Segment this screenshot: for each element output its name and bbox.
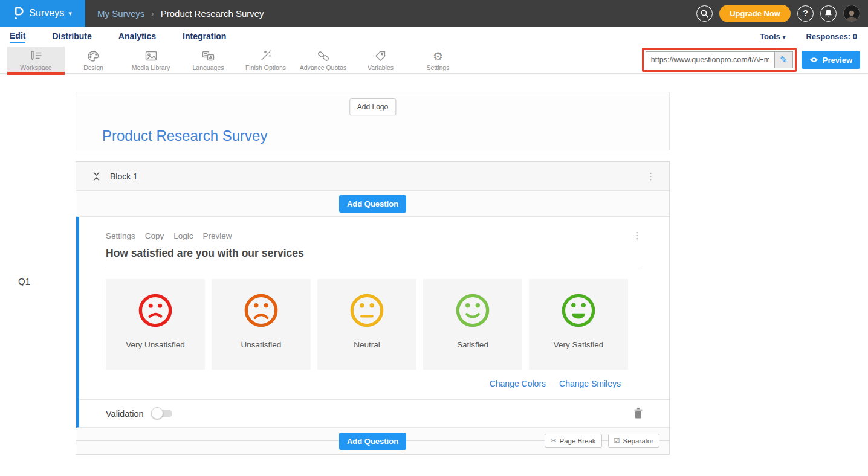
finish-options-wand-icon [259,50,272,62]
block-menu-dots-icon[interactable]: ⋮ [646,171,656,182]
toolbar-item-settings[interactable]: ⚙ Settings [409,47,467,73]
share-url-group: ✎ [646,51,793,68]
unsatisfied-face-icon [244,293,279,328]
smiley-label: Very Unsatisfied [126,340,185,349]
validation-row: Validation [79,399,669,427]
collapse-block-icon[interactable] [93,172,100,181]
very-unsatisfied-face-icon [138,293,173,328]
variables-tag-icon [374,50,387,62]
tab-analytics[interactable]: Analytics [118,31,156,42]
question-actions: Settings Copy Logic Preview ⋮ [106,217,643,241]
checkbox-checked-icon: ☑ [614,437,620,445]
chevron-down-icon: ▾ [68,10,72,18]
toolbar-item-label: Media Library [132,64,170,71]
toolbar-item-variables[interactable]: Variables [352,47,409,73]
advance-quotas-link-icon [317,50,330,62]
product-switcher[interactable]: Surveys ▾ [0,0,85,27]
chevron-down-icon: ▾ [782,34,785,40]
smiley-option-very-satisfied[interactable]: Very Satisfied [529,279,628,370]
question-copy-link[interactable]: Copy [145,231,164,240]
toolbar-item-media-library[interactable]: Media Library [122,47,180,73]
delete-question-button[interactable] [634,408,643,419]
smiley-option-satisfied[interactable]: Satisfied [423,279,522,370]
page-break-button[interactable]: ✂ Page Break [545,434,601,448]
breadcrumb-separator: › [151,9,154,18]
media-library-icon [144,50,158,62]
smiley-label: Very Satisfied [554,340,604,349]
toolbar-item-design[interactable]: Design [65,47,122,73]
block-footer: Add Question ✂ Page Break ☑ Separator [76,428,669,454]
responses-count: Responses: 0 [806,32,857,41]
question-menu-dots-icon[interactable]: ⋮ [633,230,643,241]
question-card: Settings Copy Logic Preview ⋮ How satisf… [76,217,669,428]
tab-integration[interactable]: Integration [183,31,226,42]
smiley-option-neutral[interactable]: Neutral [317,279,416,370]
help-button[interactable]: ? [797,5,814,22]
smiley-label: Satisfied [457,340,488,349]
toolbar-item-languages[interactable]: Languages [180,47,237,73]
languages-icon [201,50,215,62]
upgrade-now-button[interactable]: Upgrade Now [719,5,791,22]
tab-distribute[interactable]: Distribute [52,31,91,42]
change-smileys-link[interactable]: Change Smileys [559,379,621,388]
block-card: Block 1 ⋮ Add Question Settings Copy Log… [76,161,670,455]
separator-button[interactable]: ☑ Separator [608,434,659,448]
validation-toggle[interactable] [153,410,172,417]
survey-title[interactable]: Product Research Survey [102,127,267,144]
workspace-icon [30,50,43,62]
question-settings-link[interactable]: Settings [106,231,135,240]
workspace-highlight-annotation [7,72,65,75]
add-question-button-top[interactable]: Add Question [339,195,406,213]
question-preview-link[interactable]: Preview [203,231,232,240]
share-url-highlight-annotation: ✎ [642,48,797,72]
toolbar-right: ✎ Preview [642,47,868,73]
edit-url-button[interactable]: ✎ [774,52,792,68]
add-question-button-bottom[interactable]: Add Question [339,433,406,450]
pencil-icon: ✎ [780,54,788,65]
separator-label: Separator [623,437,653,445]
validation-label: Validation [106,409,144,419]
question-mark-icon: ? [803,8,808,18]
satisfied-face-icon [455,293,490,328]
smiley-config-links: Change Colors Change Smileys [106,379,643,388]
very-satisfied-face-icon [561,293,596,328]
change-colors-link[interactable]: Change Colors [490,379,546,388]
smiley-option-unsatisfied[interactable]: Unsatisfied [212,279,311,370]
top-bar: Surveys ▾ My Surveys › Product Research … [0,0,868,27]
preview-label: Preview [823,56,852,65]
workspace-canvas: Q1 Add Logo Product Research Survey Bloc… [0,92,868,476]
question-logic-link[interactable]: Logic [173,231,193,240]
toolbar-item-label: Settings [427,64,450,71]
question-id-label: Q1 [18,276,30,286]
block-header: Block 1 ⋮ [76,162,669,191]
trash-icon [634,408,643,419]
toggle-knob [151,407,163,419]
notifications-button[interactable] [820,5,837,22]
smiley-option-very-unsatisfied[interactable]: Very Unsatisfied [106,279,205,370]
breadcrumb-current-survey: Product Research Survey [161,8,264,19]
search-icon [701,10,708,18]
tools-label: Tools [760,32,780,41]
add-logo-button[interactable]: Add Logo [349,98,396,115]
toolbar-item-advance-quotas[interactable]: Advance Quotas [294,47,352,73]
search-button[interactable] [696,5,713,22]
toolbar-item-workspace[interactable]: Workspace [7,47,65,73]
share-url-input[interactable] [646,52,774,68]
user-avatar[interactable] [843,5,860,22]
product-label: Surveys [29,8,64,19]
design-palette-icon [87,50,100,62]
preview-button[interactable]: Preview [802,51,860,69]
tab-edit[interactable]: Edit [10,31,25,43]
breadcrumb-my-surveys[interactable]: My Surveys [97,8,144,19]
toolbar-item-label: Variables [368,64,394,71]
tools-dropdown[interactable]: Tools ▾ [760,32,785,41]
smiley-scale: Very Unsatisfied Unsatisfied [106,279,643,370]
toolbar-item-finish-options[interactable]: Finish Options [237,47,294,73]
smiley-label: Unsatisfied [241,340,282,349]
bell-icon [824,9,832,18]
eye-icon [809,57,818,63]
question-text[interactable]: How satisfied are you with our services [106,247,643,268]
block-title[interactable]: Block 1 [110,172,138,181]
topbar-actions: Upgrade Now ? [696,5,868,22]
page-break-label: Page Break [560,437,596,445]
